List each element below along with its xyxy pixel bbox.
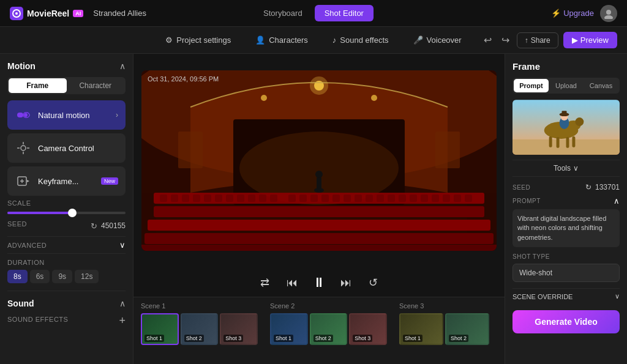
shot-editor-tab[interactable]: Shot Editor xyxy=(315,5,374,21)
frame-preview-image xyxy=(512,100,620,155)
sound-effects-item[interactable]: ♪ Sound effects xyxy=(328,33,394,47)
tools-row[interactable]: Tools ∨ xyxy=(512,160,620,177)
svg-point-3 xyxy=(606,10,611,15)
svg-point-8 xyxy=(21,146,26,150)
duration-8s[interactable]: 8s xyxy=(7,270,28,283)
keyframe-item[interactable]: Keyframe... New xyxy=(7,166,126,196)
duration-chips: 8s 6s 9s 12s xyxy=(7,270,126,283)
tools-chevron-icon: ∨ xyxy=(573,164,579,173)
tab-canvas[interactable]: Canvas xyxy=(584,79,618,92)
svg-point-4 xyxy=(604,15,613,19)
scene-override-chevron-icon: ∨ xyxy=(615,292,620,300)
frame-preview xyxy=(512,100,620,155)
svg-rect-51 xyxy=(454,195,461,202)
sound-collapse-button[interactable]: ∧ xyxy=(119,299,126,308)
seed-row: SEED ↻ 450155 xyxy=(7,220,126,231)
scene-1-shot-1[interactable]: Shot 1 xyxy=(141,313,179,345)
camera-control-item[interactable]: Camera Control xyxy=(7,133,126,163)
video-frame xyxy=(141,70,497,251)
tab-prompt[interactable]: Prompt xyxy=(514,79,549,92)
right-seed-value-group: ↻ 133701 xyxy=(585,183,620,191)
share-button[interactable]: ↑ Share xyxy=(517,32,558,48)
svg-rect-37 xyxy=(299,195,307,202)
scene-1-shot-1-label: Shot 1 xyxy=(145,335,164,342)
duration-6s[interactable]: 6s xyxy=(30,270,50,283)
bolt-icon: ⚡ xyxy=(551,9,561,18)
scene-override-row[interactable]: SCENE OVERRIDE ∨ xyxy=(512,288,620,304)
tab-frame[interactable]: Frame xyxy=(9,78,67,93)
scene-3-group: Scene 3 Shot 1 Shot 2 xyxy=(399,302,497,345)
voiceover-item[interactable]: 🎤 Voiceover xyxy=(408,33,467,47)
scale-thumb[interactable] xyxy=(68,209,77,217)
motion-collapse-button[interactable]: ∧ xyxy=(119,61,126,71)
video-area: Oct 31, 2024, 09:56 PM xyxy=(133,54,505,267)
nav-center: Storyboard Shot Editor xyxy=(253,5,374,21)
scene-1-shot-3[interactable]: Shot 3 xyxy=(220,313,258,345)
prev-button[interactable]: ⏮ xyxy=(284,274,300,292)
svg-rect-38 xyxy=(310,195,318,202)
characters-item[interactable]: 👤 Characters xyxy=(250,33,313,47)
logo-icon xyxy=(10,7,23,20)
top-nav: MovieReel AI Stranded Allies Storyboard … xyxy=(0,0,627,27)
duration-12s[interactable]: 12s xyxy=(75,270,99,283)
svg-rect-47 xyxy=(410,195,417,202)
upgrade-button[interactable]: ⚡ Upgrade xyxy=(551,9,594,18)
avatar[interactable] xyxy=(600,5,617,22)
avatar-icon xyxy=(603,8,614,19)
play-pause-button[interactable]: ⏸ xyxy=(312,275,326,291)
prompt-text[interactable]: Vibrant digital landscape filled with ne… xyxy=(512,209,620,247)
sound-title: Sound xyxy=(7,299,34,308)
generate-video-button[interactable]: Generate Video xyxy=(512,310,620,333)
project-settings-item[interactable]: ⚙ Project settings xyxy=(160,33,236,47)
project-name: Stranded Allies xyxy=(93,9,146,18)
scene-2-shot-3[interactable]: Shot 3 xyxy=(349,313,387,345)
motion-tabs: Frame Character xyxy=(7,77,126,94)
scene-1-group: Scene 1 Shot 1 Shot 2 Shot 3 xyxy=(141,302,258,345)
svg-rect-57 xyxy=(178,132,203,168)
svg-rect-70 xyxy=(572,136,575,147)
natural-motion-item[interactable]: Natural motion › xyxy=(7,100,126,130)
undo-button[interactable]: ↩ xyxy=(481,32,494,48)
scale-slider[interactable] xyxy=(7,212,126,214)
svg-rect-67 xyxy=(549,136,552,147)
repeat-button[interactable]: ↺ xyxy=(366,273,380,292)
motion-title: Motion xyxy=(7,61,36,71)
next-button[interactable]: ⏭ xyxy=(338,274,354,292)
shot-type-input[interactable] xyxy=(512,264,620,282)
scene-1-shot-2[interactable]: Shot 2 xyxy=(181,313,219,345)
svg-rect-44 xyxy=(377,195,384,202)
sound-icon: ♪ xyxy=(332,35,337,45)
prompt-header: PROMPT ∧ xyxy=(512,196,620,206)
right-seed-refresh-icon[interactable]: ↻ xyxy=(585,183,591,191)
preview-button[interactable]: ▶ Preview xyxy=(563,32,617,48)
add-sound-button[interactable]: + xyxy=(119,314,126,327)
tab-character[interactable]: Character xyxy=(67,78,125,93)
tab-upload[interactable]: Upload xyxy=(549,79,584,92)
right-panel: Frame Prompt Upload Canvas xyxy=(505,54,627,364)
scene-2-shot-1[interactable]: Shot 1 xyxy=(270,313,308,345)
scale-fill xyxy=(7,212,72,214)
scene-3-shot-1[interactable]: Shot 1 xyxy=(399,313,443,345)
redo-button[interactable]: ↪ xyxy=(499,32,512,48)
svg-point-7 xyxy=(24,113,28,117)
scene-override-label: SCENE OVERRIDE xyxy=(512,293,573,300)
sound-section: Sound ∧ SOUND EFFECTS + xyxy=(7,291,126,327)
scene-3-shot-2[interactable]: Shot 2 xyxy=(445,313,489,345)
right-seed-value: 133701 xyxy=(595,183,620,191)
svg-rect-22 xyxy=(148,220,490,231)
seed-refresh-icon[interactable]: ↻ xyxy=(91,221,97,231)
duration-control: DURATION 8s 6s 9s 12s xyxy=(7,259,126,283)
svg-rect-48 xyxy=(421,195,428,202)
advanced-row[interactable]: ADVANCED ∨ xyxy=(7,236,126,254)
shuffle-button[interactable]: ⇄ xyxy=(258,273,272,292)
voiceover-icon: 🎤 xyxy=(413,35,423,45)
storyboard-tab[interactable]: Storyboard xyxy=(253,5,312,21)
scene-3-shots: Shot 1 Shot 2 xyxy=(399,313,497,345)
duration-9s[interactable]: 9s xyxy=(52,270,72,283)
svg-rect-69 xyxy=(566,137,569,148)
main-layout: Motion ∧ Frame Character Natural motion … xyxy=(0,54,627,364)
svg-rect-25 xyxy=(160,195,167,202)
scene-2-shot-2[interactable]: Shot 2 xyxy=(310,313,348,345)
scene-2-group: Scene 2 Shot 1 Shot 2 Shot 3 xyxy=(270,302,387,345)
scene-1-label: Scene 1 xyxy=(141,302,258,310)
